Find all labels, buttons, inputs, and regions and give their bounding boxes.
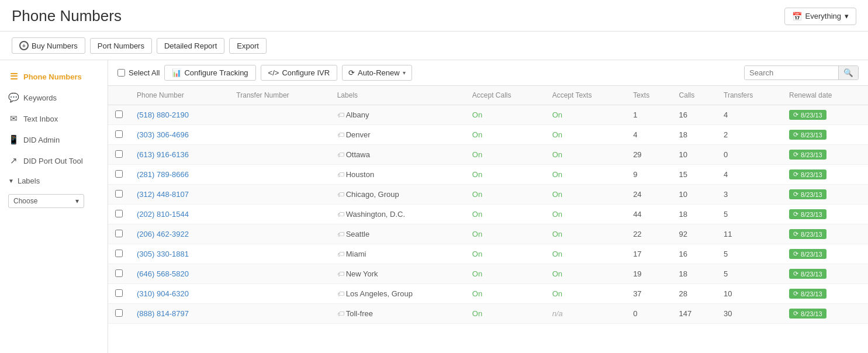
renewal-icon: ⟳ — [793, 290, 798, 297]
search-button[interactable]: 🔍 — [838, 66, 858, 79]
row-texts: 19 — [626, 264, 672, 284]
envelope-icon: ✉ — [8, 113, 19, 124]
phone-number-link[interactable]: (518) 880-2190 — [137, 110, 189, 119]
phone-number-link[interactable]: (206) 462-3922 — [137, 230, 189, 238]
row-renewal: ⟳ 8/23/13 — [782, 284, 868, 304]
row-calls: 28 — [672, 284, 717, 304]
renewal-badge: ⟳ 8/23/13 — [789, 289, 826, 299]
detailed-report-label: Detailed Report — [164, 41, 217, 50]
calendar-icon: 📅 — [792, 12, 802, 21]
row-transfer — [229, 205, 330, 224]
row-checkbox[interactable] — [115, 110, 123, 118]
row-checkbox-cell — [108, 145, 130, 165]
configure-tracking-button[interactable]: 📊 Configure Tracking — [164, 65, 255, 81]
phone-number-link[interactable]: (646) 568-5820 — [137, 269, 189, 278]
row-checkbox[interactable] — [115, 289, 123, 297]
renewal-badge: ⟳ 8/23/13 — [789, 130, 826, 140]
phone-number-link[interactable]: (281) 789-8666 — [137, 170, 189, 179]
phone-number-link[interactable]: (303) 306-4696 — [137, 130, 189, 139]
phone-number-link[interactable]: (202) 810-1544 — [137, 210, 189, 219]
buy-numbers-button[interactable]: + Buy Numbers — [12, 37, 85, 54]
row-checkbox[interactable] — [115, 130, 123, 138]
buy-numbers-label: Buy Numbers — [32, 41, 78, 50]
renewal-icon: ⟳ — [793, 131, 798, 139]
sidebar-item-phone-numbers[interactable]: ☰ Phone Numbers — [0, 66, 108, 87]
row-transfers: 5 — [717, 205, 782, 224]
select-all-label: Select All — [129, 68, 160, 77]
detailed-report-button[interactable]: Detailed Report — [157, 38, 224, 54]
row-transfers: 5 — [717, 244, 782, 264]
row-label: 🏷Miami — [330, 244, 465, 264]
row-phone: (518) 880-2190 — [130, 105, 229, 125]
row-checkbox-cell — [108, 224, 130, 244]
row-checkbox[interactable] — [115, 190, 123, 198]
table-row: (518) 880-2190 🏷Albany On On 1 16 4 ⟳ 8/… — [108, 105, 868, 125]
row-checkbox[interactable] — [115, 230, 123, 237]
main-content: Select All 📊 Configure Tracking </> Conf… — [108, 60, 868, 353]
search-input[interactable] — [745, 66, 838, 79]
row-checkbox[interactable] — [115, 250, 123, 257]
row-label: 🏷Albany — [330, 105, 465, 125]
row-transfer — [229, 304, 330, 324]
row-phone: (202) 810-1544 — [130, 205, 229, 224]
row-phone: (312) 448-8107 — [130, 185, 229, 205]
phone-number-link[interactable]: (888) 814-8797 — [137, 309, 189, 318]
port-numbers-button[interactable]: Port Numbers — [90, 38, 152, 54]
renewal-icon: ⟳ — [793, 270, 798, 278]
code-icon: </> — [268, 68, 279, 77]
row-checkbox[interactable] — [115, 309, 123, 317]
tag-icon: 🏷 — [337, 310, 344, 318]
row-transfer — [229, 145, 330, 165]
row-texts: 0 — [626, 304, 672, 324]
phone-number-link[interactable]: (310) 904-6320 — [137, 289, 189, 298]
row-checkbox[interactable] — [115, 150, 123, 158]
row-accept-calls: On — [465, 105, 545, 125]
labels-choose-button[interactable]: Choose ▾ — [8, 194, 84, 208]
tag-icon: 🏷 — [337, 270, 344, 278]
tag-icon: 🏷 — [337, 250, 344, 258]
page-title: Phone Numbers — [12, 7, 122, 25]
configure-ivr-button[interactable]: </> Configure IVR — [261, 65, 337, 81]
export-button[interactable]: Export — [229, 38, 267, 54]
labels-section-label: Labels — [18, 176, 40, 185]
renewal-badge: ⟳ 8/23/13 — [789, 110, 826, 120]
sidebar-item-did-admin[interactable]: 📱 DID Admin — [0, 129, 108, 150]
sidebar-item-keywords[interactable]: 💬 Keywords — [0, 87, 108, 108]
auto-renew-button[interactable]: ⟳ Auto-Renew ▾ — [342, 65, 412, 81]
row-checkbox[interactable] — [115, 170, 123, 178]
row-transfers: 4 — [717, 105, 782, 125]
row-accept-texts: On — [545, 205, 627, 224]
chat-icon: 💬 — [8, 92, 19, 103]
row-renewal: ⟳ 8/23/13 — [782, 264, 868, 284]
sidebar-item-did-port-out-tool-label: DID Port Out Tool — [23, 157, 83, 165]
table-row: (888) 814-8797 🏷Toll-free On n/a 0 147 3… — [108, 304, 868, 324]
phone-number-link[interactable]: (305) 330-1881 — [137, 250, 189, 258]
row-accept-texts: On — [545, 105, 627, 125]
select-all-checkbox[interactable] — [117, 69, 125, 77]
list-icon: ☰ — [8, 71, 19, 82]
row-calls: 16 — [672, 105, 717, 125]
row-label: 🏷Los Angeles, Group — [330, 284, 465, 304]
renewal-icon: ⟳ — [793, 111, 798, 119]
renewal-icon: ⟳ — [793, 250, 798, 258]
row-checkbox-cell — [108, 165, 130, 185]
col-checkbox — [108, 86, 130, 105]
row-calls: 10 — [672, 145, 717, 165]
table-row: (310) 904-6320 🏷Los Angeles, Group On On… — [108, 284, 868, 304]
sidebar-item-did-port-out-tool[interactable]: ↗ DID Port Out Tool — [0, 150, 108, 171]
phone-number-link[interactable]: (312) 448-8107 — [137, 190, 189, 199]
everything-button[interactable]: 📅 Everything ▾ — [784, 8, 856, 25]
row-calls: 18 — [672, 125, 717, 145]
row-transfer — [229, 165, 330, 185]
sidebar-item-text-inbox[interactable]: ✉ Text Inbox — [0, 108, 108, 129]
search-box: 🔍 — [744, 65, 859, 80]
chevron-down-icon: ▾ — [845, 12, 849, 20]
row-checkbox[interactable] — [115, 210, 123, 217]
renewal-icon: ⟳ — [793, 310, 798, 317]
row-accept-texts: On — [545, 125, 627, 145]
row-checkbox[interactable] — [115, 269, 123, 277]
sidebar-labels-section[interactable]: ▼ Labels — [0, 171, 108, 191]
phone-number-link[interactable]: (613) 916-6136 — [137, 150, 189, 159]
col-accept-calls: Accept Calls — [465, 86, 545, 105]
row-phone: (305) 330-1881 — [130, 244, 229, 264]
